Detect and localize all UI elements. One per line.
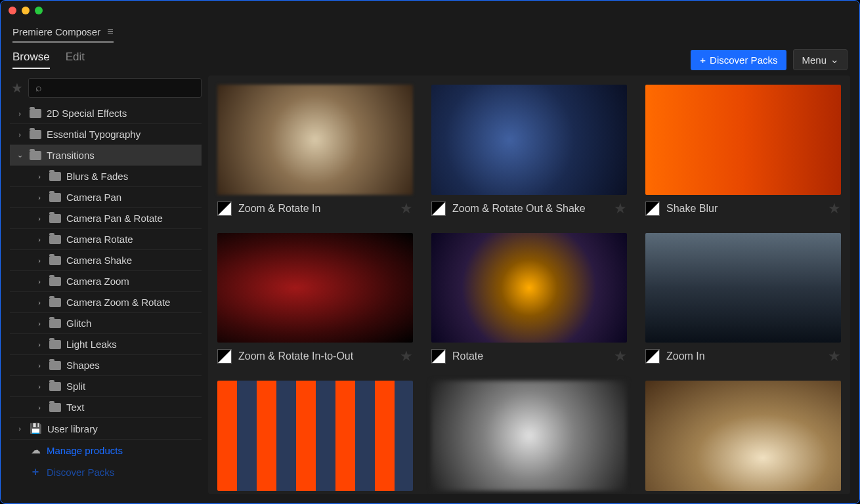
tabs: Browse Edit <box>12 51 85 69</box>
menu-label: Menu <box>802 54 827 66</box>
tree-label: Camera Rotate <box>66 234 133 245</box>
favorite-star-icon[interactable]: ★ <box>828 348 841 365</box>
tree-item-light-leaks[interactable]: ›Light Leaks <box>10 334 202 355</box>
sidebar: ★ ⌕ › 2D Special Effects › Essential Typ… <box>10 75 202 494</box>
tree-item-split[interactable]: ›Split <box>10 376 202 397</box>
preset-thumbnail[interactable] <box>645 233 841 343</box>
preset-thumbnail[interactable] <box>431 381 627 491</box>
tree-label: User library <box>47 423 98 434</box>
folder-icon <box>49 214 61 223</box>
tree-item-camera-shake[interactable]: ›Camera Shake <box>10 250 202 271</box>
preset-thumbnail[interactable] <box>645 381 841 491</box>
tree-label: Camera Pan & Rotate <box>66 213 163 224</box>
transition-icon <box>217 201 232 216</box>
chevron-down-icon: ⌄ <box>830 54 839 66</box>
category-tree: › 2D Special Effects › Essential Typogra… <box>10 103 202 484</box>
tree-item-discover-packs[interactable]: + Discover Packs <box>10 461 202 484</box>
folder-icon <box>49 361 61 370</box>
close-window-icon[interactable] <box>9 7 16 14</box>
preset-thumbnail[interactable] <box>217 233 413 343</box>
tree-label: Camera Shake <box>66 255 132 266</box>
favorite-star-icon[interactable]: ★ <box>614 200 627 217</box>
preset-thumbnail[interactable] <box>431 233 627 343</box>
preset-card[interactable] <box>645 381 841 491</box>
preset-title: Zoom & Rotate In-to-Out <box>238 350 393 362</box>
folder-icon <box>49 235 61 244</box>
favorites-filter-star-icon[interactable]: ★ <box>10 80 24 96</box>
folder-icon <box>49 382 61 391</box>
preset-card[interactable] <box>217 381 413 491</box>
chevron-right-icon: › <box>35 362 44 369</box>
tree-item-camera-zoom[interactable]: ›Camera Zoom <box>10 271 202 292</box>
preset-card[interactable]: Shake Blur★ <box>645 85 841 217</box>
tree-item-camera-pan-rotate[interactable]: ›Camera Pan & Rotate <box>10 208 202 229</box>
library-icon: 💾 <box>30 423 42 434</box>
favorite-star-icon[interactable]: ★ <box>828 200 841 217</box>
preset-title: Zoom In <box>666 350 821 362</box>
tab-browse[interactable]: Browse <box>12 51 50 69</box>
tree-label: Camera Zoom & Rotate <box>66 297 170 308</box>
preset-footer: Rotate★ <box>431 348 627 365</box>
tree-item-user-library[interactable]: › 💾 User library <box>10 418 202 440</box>
tree-label: Light Leaks <box>66 339 117 350</box>
plus-icon: + <box>30 465 41 479</box>
folder-icon <box>49 298 61 307</box>
tree-item-2d-special-effects[interactable]: › 2D Special Effects <box>10 103 202 124</box>
preset-thumbnail[interactable] <box>217 381 413 491</box>
tree-label: Split <box>66 381 85 392</box>
folder-icon <box>49 277 61 286</box>
discover-packs-button[interactable]: + Discover Packs <box>691 50 786 70</box>
favorite-star-icon[interactable]: ★ <box>400 200 413 217</box>
preset-title: Zoom & Rotate In <box>238 203 393 215</box>
tree-item-camera-zoom-rotate[interactable]: ›Camera Zoom & Rotate <box>10 292 202 313</box>
tabs-row: Browse Edit + Discover Packs Menu ⌄ <box>1 43 859 75</box>
tree-item-blurs-fades[interactable]: ›Blurs & Fades <box>10 166 202 187</box>
tree-item-camera-rotate[interactable]: ›Camera Rotate <box>10 229 202 250</box>
preset-card[interactable]: Rotate★ <box>431 233 627 366</box>
tree-item-glitch[interactable]: ›Glitch <box>10 313 202 334</box>
preset-card[interactable]: Zoom & Rotate In-to-Out★ <box>217 233 413 366</box>
preset-card[interactable] <box>431 381 627 491</box>
cloud-icon: ☁ <box>30 444 41 456</box>
folder-icon <box>30 151 41 160</box>
preset-thumbnail[interactable] <box>217 85 413 195</box>
tree-item-essential-typography[interactable]: › Essential Typography <box>10 124 202 145</box>
tree-item-text[interactable]: ›Text <box>10 397 202 418</box>
chevron-right-icon: › <box>35 257 44 264</box>
preset-thumbnail[interactable] <box>431 85 627 195</box>
maximize-window-icon[interactable] <box>35 7 43 14</box>
transition-icon <box>431 201 446 216</box>
app-window: Premiere Composer ≡ Browse Edit + Discov… <box>0 0 860 504</box>
menu-button[interactable]: Menu ⌄ <box>793 49 848 70</box>
search-row: ★ ⌕ <box>10 75 202 103</box>
favorite-star-icon[interactable]: ★ <box>400 348 413 365</box>
chevron-right-icon: › <box>35 341 44 348</box>
discover-packs-label: Discover Packs <box>710 54 777 66</box>
tree-label: Blurs & Fades <box>66 171 128 182</box>
preset-card[interactable]: Zoom & Rotate In★ <box>217 85 413 217</box>
tree-item-shapes[interactable]: ›Shapes <box>10 355 202 376</box>
preset-card[interactable]: Zoom In★ <box>645 233 841 366</box>
hamburger-icon[interactable]: ≡ <box>107 26 113 37</box>
chevron-right-icon: › <box>15 131 24 138</box>
transition-icon <box>431 349 446 364</box>
tree-label: 2D Special Effects <box>47 108 127 119</box>
tree-item-transitions[interactable]: ⌄ Transitions <box>10 145 202 166</box>
transition-icon <box>217 349 232 364</box>
chevron-right-icon: › <box>35 194 44 201</box>
content-grid[interactable]: Zoom & Rotate In★Zoom & Rotate Out & Sha… <box>208 75 850 494</box>
preset-card[interactable]: Zoom & Rotate Out & Shake★ <box>431 85 627 217</box>
titlebar <box>1 1 859 20</box>
chevron-right-icon: › <box>35 299 44 306</box>
preset-thumbnail[interactable] <box>645 85 841 195</box>
tab-edit[interactable]: Edit <box>66 51 85 69</box>
search-input[interactable]: ⌕ <box>28 78 202 98</box>
tree-label: Glitch <box>66 318 91 329</box>
tree-item-camera-pan[interactable]: ›Camera Pan <box>10 187 202 208</box>
tree-item-manage-products[interactable]: ☁ Manage products <box>10 440 202 461</box>
favorite-star-icon[interactable]: ★ <box>614 348 627 365</box>
tree-label: Transitions <box>47 150 95 161</box>
tree-label: Text <box>66 402 85 413</box>
preset-footer: Shake Blur★ <box>645 200 841 217</box>
minimize-window-icon[interactable] <box>22 7 30 14</box>
